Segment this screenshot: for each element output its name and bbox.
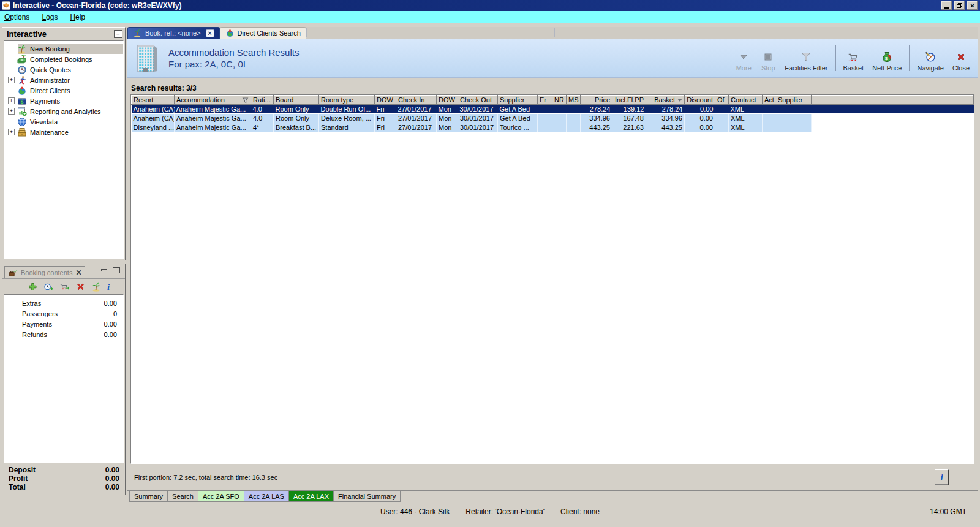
sidebar-item-reporting-and-analytics[interactable]: +Reporting and Analytics (4, 106, 123, 116)
column-header-dow[interactable]: DOW (375, 96, 396, 105)
sidebar-item-quick-quotes[interactable]: Quick Quotes (4, 64, 123, 75)
tab-book-ref-none-[interactable]: Book. ref.: <none>× (127, 27, 220, 39)
add-button[interactable] (28, 282, 38, 292)
table-cell: Anaheim Majestic Ga... (175, 123, 251, 132)
sidebar-item-maintenance[interactable]: +Maintenance (4, 127, 123, 137)
sidebar-item-new-booking[interactable]: New Booking (4, 44, 123, 54)
column-header-label: Supplier (500, 96, 524, 104)
basket-button[interactable]: Basket (839, 44, 869, 73)
column-header-price[interactable]: Price (581, 96, 612, 105)
column-header-room-type[interactable]: Room type (319, 96, 375, 105)
delete-button[interactable] (75, 282, 86, 292)
bottom-tab-financial-summary[interactable]: Financial Summary (333, 491, 401, 502)
collapse-panel-button[interactable]: − (114, 30, 123, 38)
navigate-button[interactable]: Navigate (913, 44, 948, 73)
menu-item-options[interactable]: Options (4, 13, 29, 21)
column-header-incl-fl-pp[interactable]: Incl.Fl.PP (612, 96, 646, 105)
column-header-dow[interactable]: DOW (437, 96, 458, 105)
palm-small-button[interactable] (91, 282, 102, 292)
table-row[interactable]: Anaheim (CA)Anaheim Majestic Ga...4.0Roo… (132, 114, 974, 123)
close-window-button[interactable]: × (967, 1, 978, 10)
booking-item-passengers[interactable]: Passengers0 (4, 308, 123, 319)
close-tab-icon[interactable]: × (206, 29, 214, 37)
column-header-basket[interactable]: Basket (646, 96, 685, 105)
menu-item-help[interactable]: Help (70, 13, 85, 21)
booking-total-label: Total (9, 483, 26, 491)
status-user: User: 446 - Clark Silk (380, 507, 450, 516)
table-cell: Anaheim (CA) (132, 105, 175, 114)
info-button-small[interactable]: i (107, 282, 118, 292)
column-header-er[interactable]: Er (538, 96, 552, 105)
column-header-rati-[interactable]: Rati... (251, 96, 274, 105)
booking-item-value: 0.00 (104, 300, 117, 307)
close-booking-contents-icon[interactable]: ✕ (75, 270, 81, 276)
tab-direct-clients-search[interactable]: Direct Clients Search (220, 27, 306, 39)
bottom-tab-acc-2a-las[interactable]: Acc 2A LAS (244, 491, 289, 502)
column-header-check-in[interactable]: Check In (396, 96, 437, 105)
panel-minimize-icon[interactable] (101, 269, 107, 271)
booking-contents-tab[interactable]: Booking contents ✕ (4, 266, 85, 278)
column-header-resort[interactable]: Resort (132, 96, 175, 105)
booking-item-extras[interactable]: Extras0.00 (4, 298, 123, 308)
administrator-icon (17, 75, 27, 85)
table-cell: 278.24 (646, 105, 685, 114)
expand-toggle[interactable]: + (8, 108, 15, 115)
sidebar-item-direct-clients[interactable]: Direct Clients (4, 85, 123, 96)
bottom-tab-summary[interactable]: Summary (129, 491, 168, 502)
table-cell-filler (812, 114, 974, 123)
quote-add-button[interactable] (43, 282, 54, 292)
sidebar-item-payments[interactable]: +$Payments (4, 96, 123, 106)
column-header-ms[interactable]: MS (567, 96, 581, 105)
booking-item-payments[interactable]: Payments0.00 (4, 319, 123, 329)
title-bar: Interactive - Ocean-Florida (code: wR3eE… (0, 0, 980, 11)
basket-add-button[interactable] (59, 282, 70, 292)
column-header-contract[interactable]: Contract (729, 96, 763, 105)
minimize-button[interactable] (941, 1, 952, 10)
expand-toggle[interactable]: + (8, 77, 15, 83)
close-button[interactable]: Close (948, 44, 974, 73)
column-header-nr[interactable]: NR (552, 96, 567, 105)
column-header-board[interactable]: Board (274, 96, 319, 105)
booking-contents-list: Extras0.00Passengers0Payments0.00Refunds… (4, 294, 124, 463)
sidebar-item-administrator[interactable]: +Administrator (4, 75, 123, 85)
palm-tree-icon (133, 29, 142, 37)
menu-item-logs[interactable]: Logs (42, 13, 58, 21)
info-button[interactable]: i (935, 469, 949, 485)
column-header-discount[interactable]: Discount (685, 96, 715, 105)
table-row[interactable]: Anaheim (CA)Anaheim Majestic Ga...4.0Roo… (132, 105, 974, 114)
expand-toggle[interactable]: + (8, 97, 15, 104)
column-header-act-supplier[interactable]: Act. Supplier (763, 96, 812, 105)
column-header-supplier[interactable]: Supplier (498, 96, 538, 105)
add-icon (28, 282, 38, 292)
table-cell: Mon (437, 123, 458, 132)
column-header-check-out[interactable]: Check Out (458, 96, 498, 105)
bottom-tab-acc-2a-sfo[interactable]: Acc 2A SFO (198, 491, 244, 502)
bottom-tab-acc-2a-lax[interactable]: Acc 2A LAX (288, 491, 334, 502)
column-header-label: NR (554, 96, 564, 104)
nett-price-button[interactable]: $Nett Price (868, 44, 906, 73)
funnel-mini-icon (242, 97, 249, 104)
sidebar-item-completed-bookings[interactable]: Completed Bookings (4, 54, 123, 64)
panel-maximize-icon[interactable] (113, 267, 120, 273)
sidebar-item-viewdata[interactable]: Viewdata (4, 116, 123, 127)
column-header-label: Contract (731, 96, 756, 104)
window-controls: × (940, 1, 978, 10)
restore-button[interactable] (954, 1, 965, 10)
column-header-of[interactable]: Of (715, 96, 729, 105)
bottom-tab-search[interactable]: Search (167, 491, 198, 502)
table-cell: Anaheim (CA) (132, 114, 175, 123)
column-header-accommodation[interactable]: Accommodation (175, 96, 251, 105)
table-cell (715, 105, 729, 114)
close-red-icon (955, 51, 967, 63)
booking-item-refunds[interactable]: Refunds0.00 (4, 329, 123, 339)
facilities-filter-button[interactable]: Facilities Filter (780, 44, 832, 73)
svg-text:$: $ (20, 99, 23, 105)
table-cell: Room Only (274, 105, 319, 114)
table-cell: Anaheim Majestic Ga... (175, 105, 251, 114)
expand-toggle[interactable]: + (8, 129, 15, 135)
menu-bar: OptionsLogsHelp (0, 11, 980, 23)
table-cell: Double Run Of... (319, 105, 375, 114)
table-row[interactable]: Disneyland ...Anaheim Majestic Ga...4*Br… (132, 123, 974, 132)
table-cell: Deluxe Room, ... (319, 114, 375, 123)
column-header-filler (812, 96, 974, 105)
